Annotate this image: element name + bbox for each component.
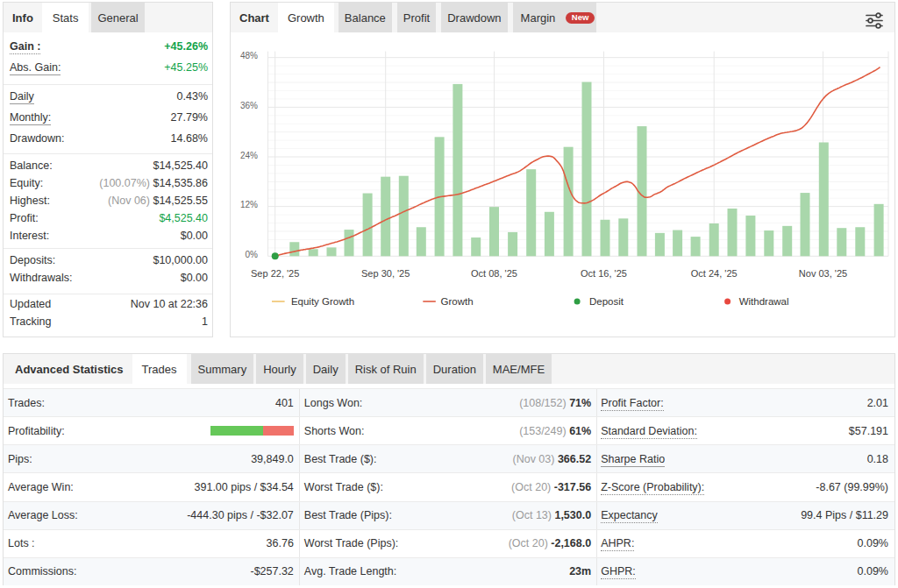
svg-text:0%: 0% (246, 250, 259, 259)
svg-text:Sep 22, '25: Sep 22, '25 (251, 268, 299, 279)
svg-text:24%: 24% (240, 151, 258, 160)
svg-text:48%: 48% (240, 51, 258, 60)
svg-text:Oct 24, '25: Oct 24, '25 (691, 268, 738, 279)
svg-text:Nov 03, '25: Nov 03, '25 (799, 268, 847, 279)
svg-text:Sep 30, '25: Sep 30, '25 (361, 268, 410, 279)
svg-text:Withdrawal: Withdrawal (739, 296, 789, 307)
svg-text:36%: 36% (240, 101, 258, 110)
svg-text:Growth: Growth (441, 296, 474, 307)
svg-text:Deposit: Deposit (589, 296, 624, 307)
svg-text:Equity Growth: Equity Growth (291, 296, 354, 307)
svg-text:Oct 16, '25: Oct 16, '25 (581, 268, 627, 279)
svg-text:Oct 08, '25: Oct 08, '25 (471, 268, 517, 279)
svg-text:12%: 12% (240, 200, 258, 209)
